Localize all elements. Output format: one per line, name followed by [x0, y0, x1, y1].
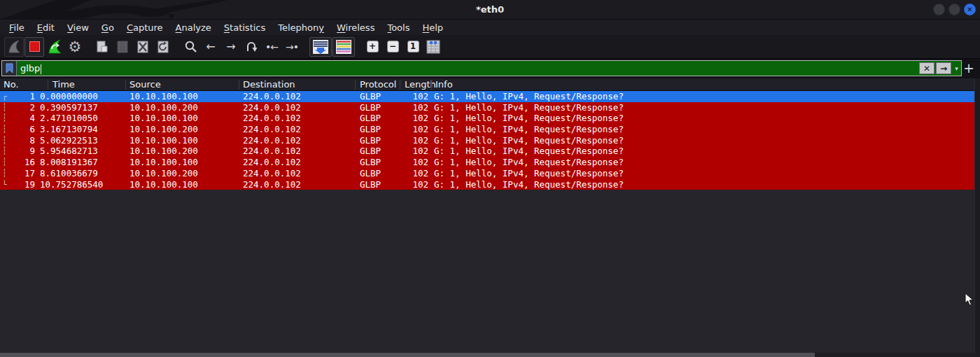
stop-icon	[29, 41, 40, 52]
titlebar: *eth0	[0, 0, 980, 20]
go-forward-button[interactable]: →	[221, 37, 241, 57]
menu-view[interactable]: View	[61, 21, 95, 34]
menu-go[interactable]: Go	[95, 21, 120, 34]
cell-info: G: 1, Hello, IPv4, Request/Response?	[434, 135, 624, 146]
menu-statistics[interactable]: Statistics	[218, 21, 272, 34]
menu-analyze[interactable]: Analyze	[169, 21, 218, 34]
clear-filter-button[interactable]: ✕	[919, 62, 934, 74]
save-file-button[interactable]	[113, 37, 132, 57]
reload-file-button[interactable]	[153, 37, 173, 57]
packet-row[interactable]: ┆178.61003667910.10.100.200224.0.0.102GL…	[0, 168, 974, 179]
stop-capture-button[interactable]	[24, 37, 44, 57]
cell-no: 1	[10, 91, 35, 102]
column-header-destination[interactable]: Destination	[243, 78, 295, 91]
cell-source: 10.10.100.100	[130, 91, 198, 102]
packet-row[interactable]: ┆42.47101005010.10.100.100224.0.0.102GLB…	[0, 113, 974, 124]
cell-time: 3.167130794	[40, 124, 98, 135]
cell-destination: 224.0.0.102	[243, 135, 301, 146]
menu-tools[interactable]: Tools	[381, 21, 416, 34]
column-header-no[interactable]: No.	[4, 78, 19, 91]
go-first-packet-button[interactable]: •←	[262, 37, 281, 57]
column-divider[interactable]	[239, 80, 239, 90]
menu-telephony[interactable]: Telephony	[272, 21, 330, 34]
cell-time: 0.390597137	[40, 102, 98, 113]
menu-wireless[interactable]: Wireless	[330, 21, 381, 34]
zoom-out-button[interactable]: −	[383, 37, 402, 57]
packet-row[interactable]: ┆95.95468271310.10.100.200224.0.0.102GLB…	[0, 146, 974, 157]
cell-info: G: 1, Hello, IPv4, Request/Response?	[434, 146, 624, 157]
cell-source: 10.10.100.100	[130, 135, 198, 146]
resize-columns-button[interactable]	[424, 37, 443, 57]
cell-no: 9	[10, 146, 35, 157]
column-divider[interactable]	[400, 80, 400, 90]
cell-destination: 224.0.0.102	[243, 157, 301, 168]
mnemonic-letter: H	[422, 22, 429, 33]
column-header-protocol[interactable]: Protocol	[360, 78, 396, 91]
colorize-button[interactable]	[332, 37, 355, 57]
cell-no: 2	[10, 102, 35, 113]
zoom-in-button[interactable]: +	[363, 37, 382, 57]
add-filter-button[interactable]: +	[962, 61, 976, 75]
column-divider[interactable]	[48, 80, 48, 90]
packet-row[interactable]: ┆168.00819136710.10.100.100224.0.0.102GL…	[0, 157, 974, 168]
go-last-packet-button[interactable]: →•	[282, 37, 302, 57]
filter-bookmark-button[interactable]	[2, 61, 17, 76]
cell-protocol: GLBP	[360, 124, 381, 135]
bottom-edge	[0, 353, 980, 357]
mnemonic-letter: W	[337, 22, 346, 33]
search-icon	[184, 40, 197, 53]
window-controls	[933, 4, 976, 15]
mnemonic-letter: G	[102, 22, 108, 33]
cell-info: G: 1, Hello, IPv4, Request/Response?	[434, 157, 624, 168]
zoom-normal-button[interactable]: 1	[403, 37, 423, 57]
cell-length: 102	[400, 113, 428, 124]
menu-capture[interactable]: Capture	[120, 21, 169, 34]
packet-row[interactable]: ┆63.16713079410.10.100.200224.0.0.102GLB…	[0, 124, 974, 135]
auto-scroll-button[interactable]	[309, 37, 332, 57]
cell-no: 16	[10, 157, 35, 168]
column-divider[interactable]	[125, 80, 126, 90]
forward-arrow-icon: →	[226, 40, 235, 53]
capture-options-button[interactable]: ⚙	[65, 37, 85, 57]
close-button[interactable]	[964, 4, 976, 15]
bottom-scrollbar[interactable]	[0, 353, 815, 357]
zoom-out-icon: −	[387, 41, 399, 52]
packet-row[interactable]: ┆85.06292251310.10.100.100224.0.0.102GLB…	[0, 135, 974, 146]
column-header-info[interactable]: Info	[435, 78, 453, 91]
open-file-icon	[95, 40, 109, 54]
column-header-source[interactable]: Source	[130, 78, 161, 91]
cell-no: 4	[10, 113, 35, 124]
column-divider[interactable]	[431, 80, 432, 90]
menu-help[interactable]: Help	[416, 21, 449, 34]
cell-destination: 224.0.0.102	[243, 113, 301, 124]
vertical-scrollbar[interactable]	[974, 78, 980, 353]
menu-edit[interactable]: Edit	[31, 21, 61, 34]
find-packet-button[interactable]	[181, 37, 200, 57]
column-divider[interactable]	[355, 80, 356, 90]
packet-row[interactable]: ┆20.39059713710.10.100.200224.0.0.102GLB…	[0, 102, 974, 113]
cell-time: 8.008191367	[40, 157, 98, 168]
apply-filter-button[interactable]: →	[936, 62, 951, 74]
cell-protocol: GLBP	[360, 135, 381, 146]
packet-row[interactable]: └1910.75278654010.10.100.100224.0.0.102G…	[0, 179, 974, 190]
menu-bar: FileEditViewGoCaptureAnalyzeStatisticsTe…	[0, 20, 980, 35]
go-back-button[interactable]: ←	[201, 37, 220, 57]
cell-destination: 224.0.0.102	[243, 179, 301, 190]
display-filter-field[interactable]: glbp ✕ → ▾	[1, 60, 962, 76]
mnemonic-letter: F	[9, 22, 14, 33]
display-filter-input[interactable]: glbp	[17, 61, 918, 76]
column-header-time[interactable]: Time	[52, 78, 75, 91]
mnemonic-letter: S	[224, 22, 230, 33]
maximize-button[interactable]	[948, 4, 960, 15]
shark-fin-icon	[7, 40, 21, 54]
wireshark-window: *eth0 FileEditViewGoCaptureAnalyzeStatis…	[0, 0, 980, 357]
packet-row[interactable]: ┌10.00000000010.10.100.100224.0.0.102GLB…	[0, 91, 974, 102]
go-to-packet-button[interactable]	[241, 37, 261, 57]
minimize-button[interactable]	[933, 4, 945, 15]
filter-history-dropdown[interactable]: ▾	[952, 61, 961, 76]
restart-capture-button[interactable]	[45, 37, 64, 57]
start-capture-button[interactable]	[4, 37, 24, 57]
menu-file[interactable]: File	[3, 21, 31, 34]
open-file-button[interactable]	[92, 37, 112, 57]
close-file-button[interactable]	[133, 37, 153, 57]
